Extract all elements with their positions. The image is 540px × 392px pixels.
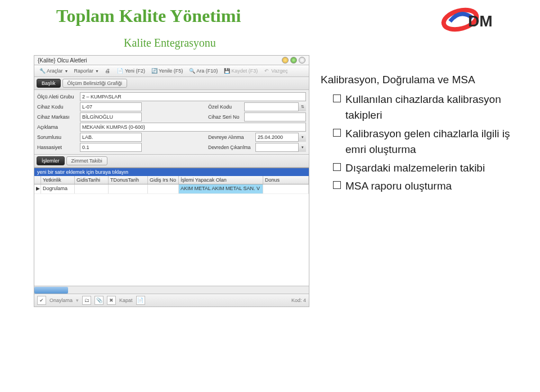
list-item: Dışardaki malzemelerin takibi: [321, 160, 529, 177]
minimize-button[interactable]: [282, 57, 289, 64]
grid-body: ▶ Dogrulama AKIM METAL AKIM METAL SAN. V: [34, 184, 309, 286]
col-go-date[interactable]: GidisTarihi: [75, 176, 109, 184]
grid-area: yeni bir satır eklemek için buraya tıkla…: [34, 168, 309, 294]
special-code-label: Özel Kodu: [208, 104, 242, 110]
search-icon: 🔍: [188, 67, 195, 74]
checkbox-icon: [333, 163, 341, 171]
desc-label: Açıklama: [37, 124, 78, 130]
feature-title: Kalibrasyon, Doğrulama ve MSA: [321, 72, 529, 88]
list-item: Kalibrasyon gelen cihazlarla ilgili iş e…: [321, 126, 529, 158]
checkbox-icon: [333, 129, 341, 137]
col-return[interactable]: Donus: [263, 176, 309, 184]
svg-text:DM: DM: [468, 12, 493, 30]
search-button[interactable]: 🔍 Ara (F10): [187, 67, 219, 75]
special-code-input[interactable]: [244, 102, 306, 111]
scrollbar-thumb[interactable]: [34, 287, 68, 294]
cell-go-work: [148, 184, 179, 193]
subtabs: İşlemler Zimmet Takibi: [34, 154, 309, 168]
cell-performer: AKIM METAL AKIM METAL SAN. V: [179, 184, 263, 193]
tabs-row: Başlık Ölçüm Belirsizliği Grafiği: [34, 77, 309, 90]
tab-header[interactable]: Başlık: [37, 79, 61, 88]
desc-input[interactable]: [80, 123, 306, 132]
feature-list: Kalibrasyon, Doğrulama ve MSA Kullanılan…: [321, 55, 529, 307]
grid-header: Yetkinlik GidisTarihi TDonusTarih Gidiş …: [34, 176, 309, 184]
col-capability[interactable]: Yetkinlik: [41, 176, 75, 184]
app-window: {Kalite} Olcu Aletleri 🔧 Araçlar▼ Raporl…: [34, 55, 309, 307]
commission-dropdown[interactable]: ▾: [298, 133, 306, 142]
cell-return-date: [109, 184, 148, 193]
refresh-button[interactable]: 🔄 Yenile (F5): [149, 67, 184, 75]
commission-label: Devreye Alınma: [208, 134, 253, 140]
group-label: Ölçü Aleti Grubu: [37, 94, 78, 100]
col-return-date[interactable]: TDonusTarih: [109, 176, 148, 184]
tab-graph[interactable]: Ölçüm Belirsizliği Grafiği: [62, 79, 128, 88]
table-row[interactable]: ▶ Dogrulama AKIM METAL AKIM METAL SAN. V: [34, 184, 309, 194]
cell-go-date: [75, 184, 109, 193]
new-icon: 📄: [117, 67, 124, 74]
checkbox-icon: [333, 181, 341, 189]
titlebar: {Kalite} Olcu Aletleri: [34, 56, 309, 65]
subtab-track[interactable]: Zimmet Takibi: [66, 156, 107, 165]
cancel-button[interactable]: ↶ Vazgeç: [262, 67, 289, 75]
horizontal-scrollbar[interactable]: [34, 286, 309, 294]
approve-button[interactable]: Onaylama: [50, 298, 73, 303]
save-button[interactable]: 💾 Kaydet (F3): [222, 67, 259, 75]
status-icon-1[interactable]: 🗂: [82, 296, 91, 305]
reports-menu[interactable]: Raporlar▼: [72, 67, 100, 74]
new-button[interactable]: 📄 Yeni (F2): [115, 67, 147, 75]
decommission-label: Devreden Çıkarılma: [208, 145, 253, 150]
serial-label: Cihaz Seri No: [208, 114, 242, 120]
tools-menu[interactable]: 🔧 Araçlar▼: [37, 67, 70, 75]
refresh-icon: 🔄: [151, 67, 158, 74]
close-icon: ✖: [107, 296, 116, 305]
col-go-work[interactable]: Gidiş Irs No: [148, 176, 179, 184]
toolbar: 🔧 Araçlar▼ Raporlar▼ 🖨 📄 Yeni (F2) 🔄 Yen…: [34, 65, 309, 77]
checkbox-icon: [333, 94, 341, 102]
save-icon: 💾: [223, 67, 230, 74]
special-code-dropdown[interactable]: ⇅: [298, 102, 306, 111]
list-item: Kullanılan cihazlarda kalibrasyon takipl…: [321, 92, 529, 124]
page-title: Toplam Kalite Yönetimi: [56, 6, 241, 26]
status-icon-2[interactable]: 📎: [94, 296, 104, 305]
group-input[interactable]: [80, 92, 306, 101]
window-title: {Kalite} Olcu Aletleri: [38, 57, 87, 64]
code-label: Kod: 4: [291, 298, 306, 303]
device-code-label: Cihaz Kodu: [37, 104, 78, 110]
brand-label: Cihaz Markası: [37, 114, 78, 120]
undo-icon: ↶: [263, 67, 270, 74]
grid-new-row[interactable]: yeni bir satır eklemek için buraya tıkla…: [34, 168, 309, 176]
form-area: Ölçü Aleti Grubu Cihaz Kodu Özel Kodu ⇅ …: [34, 90, 309, 154]
serial-input[interactable]: [244, 112, 306, 121]
sens-input[interactable]: [80, 143, 142, 152]
maximize-button[interactable]: [290, 57, 297, 64]
subtab-ops[interactable]: İşlemler: [37, 156, 65, 165]
approve-icon: ✔: [37, 296, 46, 305]
printer-icon: 🖨: [105, 67, 111, 74]
list-item: MSA raporu oluşturma: [321, 178, 529, 195]
resp-input[interactable]: [80, 133, 142, 142]
close-btn[interactable]: Kapat: [119, 298, 133, 303]
row-marker: ▶: [34, 184, 41, 193]
sens-label: Hassasiyet: [37, 145, 78, 150]
print-button[interactable]: 🖨: [103, 67, 113, 75]
page-subtitle: Kalite Entegrasyonu: [124, 37, 241, 49]
resp-label: Sorumlusu: [37, 134, 78, 140]
close-button[interactable]: [299, 57, 305, 64]
col-performer[interactable]: İşlemi Yapacak Olan: [179, 176, 263, 184]
cell-capability: Dogrulama: [41, 184, 75, 193]
cell-return: [263, 184, 309, 193]
status-bar: ✔ Onaylama ▾ 🗂 📎 ✖ Kapat 📄 Kod: 4: [34, 294, 309, 307]
decommission-dropdown[interactable]: ▾: [298, 143, 306, 152]
device-code-input[interactable]: [80, 102, 142, 111]
logo: DM: [439, 6, 506, 34]
status-icon-3[interactable]: 📄: [136, 296, 145, 305]
wrench-icon: 🔧: [39, 67, 46, 74]
brand-input[interactable]: [80, 112, 142, 121]
